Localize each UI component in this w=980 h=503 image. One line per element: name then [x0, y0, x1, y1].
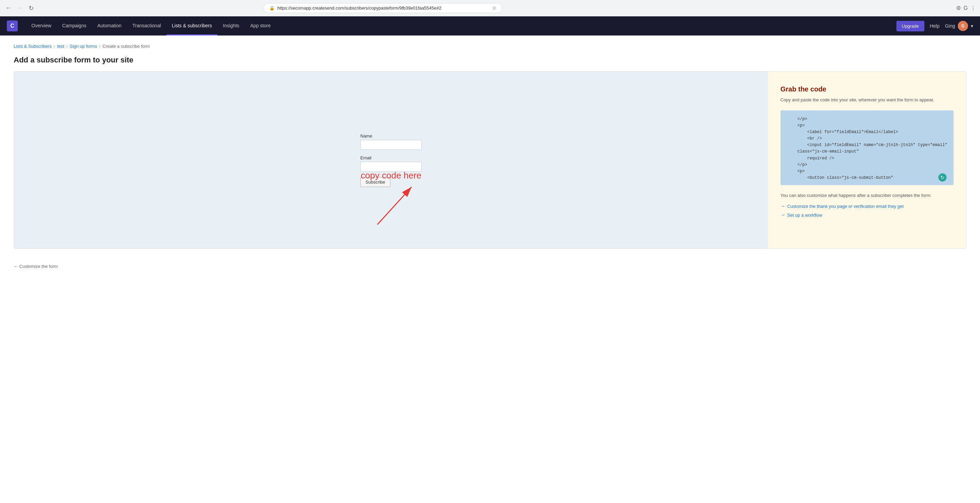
menu-btn[interactable]: ⋮	[970, 5, 976, 11]
code-panel-desc: Copy and paste the code into your site, …	[780, 97, 954, 103]
breadcrumb-current: Create a subscribe form	[102, 44, 150, 49]
setup-workflow-link[interactable]: → Set up a workflow	[780, 212, 954, 218]
upgrade-button[interactable]: Upgrade	[896, 21, 924, 32]
page-content: Lists & Subscribers › test › Sign up for…	[0, 35, 980, 257]
customize-thankyou-link[interactable]: → Customize the thank you page or verifi…	[780, 204, 954, 209]
browser-actions: ⚙ G ⋮	[956, 5, 976, 11]
breadcrumb-sep-2: ›	[66, 44, 68, 49]
code-block[interactable]: </p> <p> <label for="fieldEmail">Email</…	[781, 111, 953, 185]
app-logo: C	[7, 21, 18, 32]
customize-thankyou-label: Customize the thank you page or verifica…	[787, 204, 904, 209]
code-panel-title: Grab the code	[780, 85, 954, 93]
email-label: Email	[360, 155, 422, 161]
code-line-4: <br />	[788, 135, 947, 142]
browser-chrome: ← → ↻ 🔒 https://secomapp.createsend.com/…	[0, 0, 980, 16]
nav-automation[interactable]: Automation	[92, 16, 127, 35]
email-input[interactable]	[360, 162, 422, 172]
code-line-9: <p>	[788, 168, 947, 175]
code-line-7: required />	[788, 155, 947, 162]
nav-lists-subscribers[interactable]: Lists & subscribers	[167, 16, 217, 35]
bottom-nav: ← Customize the form	[0, 257, 980, 276]
breadcrumb-sep-1: ›	[54, 44, 55, 49]
copy-refresh-icon[interactable]: ↻	[939, 174, 947, 181]
subscribe-button[interactable]: Subscribe	[360, 177, 390, 187]
code-line-8: </p>	[788, 162, 947, 168]
user-name: Ging	[945, 23, 955, 29]
nav-overview[interactable]: Overview	[26, 16, 57, 35]
breadcrumb-sep-3: ›	[99, 44, 100, 49]
nav-app-store[interactable]: App store	[245, 16, 276, 35]
url-text: https://secomapp.createsend.com/subscrib…	[277, 5, 490, 11]
nav-transactional[interactable]: Transactional	[127, 16, 167, 35]
page-title: Add a subscribe form to your site	[14, 56, 966, 65]
name-field-group: Name	[360, 134, 422, 150]
email-field-group: Email	[360, 155, 422, 172]
name-label: Name	[360, 134, 422, 138]
back-to-customize-link[interactable]: ← Customize the form	[14, 264, 58, 269]
setup-workflow-label: Set up a workflow	[787, 213, 822, 218]
code-line-2: <p>	[788, 123, 947, 129]
back-button[interactable]: ←	[4, 3, 13, 13]
avatar: G	[958, 21, 968, 31]
nav-insights[interactable]: Insights	[217, 16, 245, 35]
nav-campaigns[interactable]: Campaigns	[57, 16, 92, 35]
address-bar[interactable]: 🔒 https://secomapp.createsend.com/subscr…	[263, 3, 502, 13]
breadcrumb-signup-forms[interactable]: Sign up forms	[70, 44, 97, 49]
lock-icon: 🔒	[269, 5, 275, 11]
arrow-right-icon-1: →	[780, 204, 785, 209]
code-line-10: <button class="js-cm-submit-button"	[788, 175, 947, 181]
code-panel: Grab the code Copy and paste the code in…	[768, 72, 966, 248]
arrow-right-icon-2: →	[780, 212, 785, 218]
forward-button[interactable]: →	[16, 3, 25, 13]
main-container: Name Email Subscribe copy code here	[14, 71, 966, 249]
code-block-wrapper[interactable]: </p> <p> <label for="fieldEmail">Email</…	[780, 110, 954, 185]
reload-button[interactable]: ↻	[27, 3, 35, 13]
breadcrumb-lists[interactable]: Lists & Subscribers	[14, 44, 51, 49]
customize-text: You can also customize what happens afte…	[780, 192, 954, 199]
user-menu[interactable]: Ging G ▾	[945, 21, 973, 31]
breadcrumb: Lists & Subscribers › test › Sign up for…	[14, 44, 966, 49]
star-icon[interactable]: ☆	[492, 5, 496, 11]
code-line-3: <label for="fieldEmail">Email</label>	[788, 129, 947, 135]
name-input[interactable]	[360, 140, 422, 150]
extensions-btn[interactable]: ⚙	[956, 5, 961, 11]
help-link[interactable]: Help	[930, 23, 940, 29]
app-nav: C Overview Campaigns Automation Transact…	[0, 16, 980, 35]
breadcrumb-test[interactable]: test	[57, 44, 64, 49]
form-preview-panel: Name Email Subscribe copy code here	[14, 72, 768, 248]
code-line-5: <input id="fieldEmail" name="cm-jtnlh-jt…	[788, 142, 947, 148]
code-line-6: class="js-cm-email-input"	[788, 148, 947, 155]
code-line-1: </p>	[788, 116, 947, 123]
chevron-down-icon: ▾	[971, 23, 973, 29]
profile-btn[interactable]: G	[964, 5, 968, 11]
form-preview: Name Email Subscribe	[360, 127, 422, 194]
